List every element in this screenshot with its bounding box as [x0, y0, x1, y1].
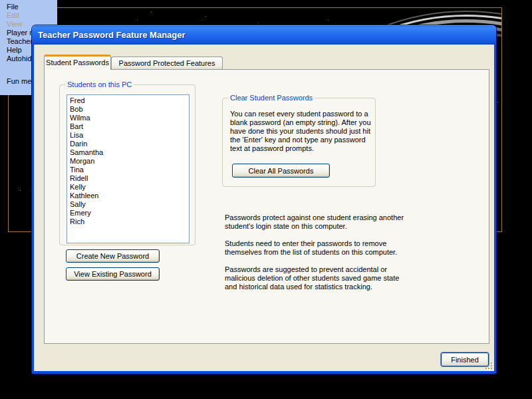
star: [258, 23, 259, 23]
student-name: Darin: [70, 140, 87, 148]
student-list-item[interactable]: Sally: [70, 200, 189, 209]
dialog-titlebar[interactable]: Teacher Password Feature Manager: [32, 25, 496, 45]
student-name: Kathleen: [70, 192, 98, 200]
menu-item[interactable]: Edit: [0, 11, 57, 20]
menu-item-label: File: [7, 3, 19, 11]
students-groupbox: Students on this PC Fred Bob Wilma Bart …: [59, 84, 196, 245]
student-list-item[interactable]: Wilma: [70, 114, 189, 122]
student-name: Samantha: [70, 148, 103, 156]
tab-student-passwords[interactable]: Student Passwords: [44, 55, 111, 70]
star: [151, 11, 152, 12]
star: [137, 20, 138, 21]
student-list-item[interactable]: Lisa: [70, 131, 189, 140]
clear-passwords-description: You can reset every student password to …: [230, 110, 375, 153]
resize-grip[interactable]: [484, 361, 493, 370]
menu-item-label: Autohid: [7, 55, 31, 63]
student-list-item[interactable]: Emery: [70, 209, 189, 217]
students-groupbox-label: Students on this PC: [65, 80, 134, 89]
menu-item-label: Fun men: [7, 77, 35, 85]
student-name: Sally: [70, 200, 86, 208]
student-name: Fred: [70, 96, 85, 104]
create-new-password-button[interactable]: Create New Password: [66, 249, 160, 263]
student-list-item[interactable]: Bart: [70, 122, 189, 131]
tab-page-student-passwords: Students on this PC Fred Bob Wilma Bart …: [44, 69, 489, 344]
info-paragraph: Passwords protect against one student er…: [225, 213, 406, 231]
student-name: Morgan: [70, 157, 94, 165]
student-name: Ridell: [70, 174, 88, 182]
view-existing-password-button[interactable]: View Existing Password: [66, 267, 160, 281]
clear-groupbox-label: Clear Student Passwords: [228, 94, 315, 102]
info-paragraph-text: Passwords protect against one student er…: [225, 213, 404, 230]
info-paragraph: Students need to enter their passwords t…: [225, 239, 406, 257]
students-listbox[interactable]: Fred Bob Wilma Bart Lisa Darin Samanth: [66, 94, 190, 243]
clear-passwords-groupbox: Clear Student Passwords You can reset ev…: [222, 98, 376, 187]
star: [497, 102, 498, 102]
student-name: Wilma: [70, 114, 90, 122]
menu-item-label: Help: [7, 46, 22, 54]
star: [20, 190, 21, 191]
student-list-item[interactable]: Rich: [70, 217, 189, 226]
finished-button[interactable]: Finished: [441, 352, 489, 366]
student-list-item[interactable]: Fred: [70, 96, 189, 105]
menu-item-label: Edit: [7, 11, 19, 19]
student-list-item[interactable]: Ridell: [70, 174, 189, 183]
student-name: Rich: [70, 217, 84, 225]
student-list-item[interactable]: Tina: [70, 166, 189, 174]
info-paragraph: Passwords are suggested to prevent accid…: [225, 265, 406, 291]
student-list-item[interactable]: Morgan: [70, 157, 189, 166]
student-name: Lisa: [70, 131, 83, 139]
student-name: Bob: [70, 105, 83, 113]
student-name: Tina: [70, 166, 84, 174]
star: [328, 20, 329, 21]
menu-item-label: View: [7, 20, 23, 28]
clear-all-passwords-button[interactable]: Clear All Passwords: [232, 164, 330, 178]
student-name: Kelly: [70, 183, 86, 191]
dialog-title: Teacher Password Feature Manager: [32, 25, 186, 45]
student-list-item[interactable]: Kelly: [70, 183, 189, 192]
star: [201, 20, 202, 21]
student-name: Bart: [70, 122, 83, 130]
password-info-text: Passwords protect against one student er…: [225, 213, 406, 300]
screen: File Edit View Player m Teacher Help Aut…: [0, 0, 532, 399]
tab-password-protected-features[interactable]: Password Protected Features: [111, 57, 223, 70]
info-paragraph-text: Students need to enter their passwords t…: [225, 239, 397, 256]
star: [30, 190, 31, 191]
student-name: Emery: [70, 209, 91, 217]
dialog-client-area: Student Passwords Password Protected Fea…: [34, 45, 494, 371]
student-list-item[interactable]: Samantha: [70, 148, 189, 157]
student-list-item[interactable]: Kathleen: [70, 192, 189, 200]
student-list-item[interactable]: Bob: [70, 105, 189, 114]
student-list-item[interactable]: Darin: [70, 140, 189, 148]
star: [205, 16, 206, 17]
menu-item-label: Player m: [7, 29, 35, 37]
menu-item-label: Teacher: [7, 37, 33, 45]
info-paragraph-text: Passwords are suggested to prevent accid…: [225, 265, 399, 291]
menu-item[interactable]: File: [0, 3, 57, 11]
dialog-teacher-password-feature-manager: Teacher Password Feature Manager Student…: [32, 25, 496, 374]
